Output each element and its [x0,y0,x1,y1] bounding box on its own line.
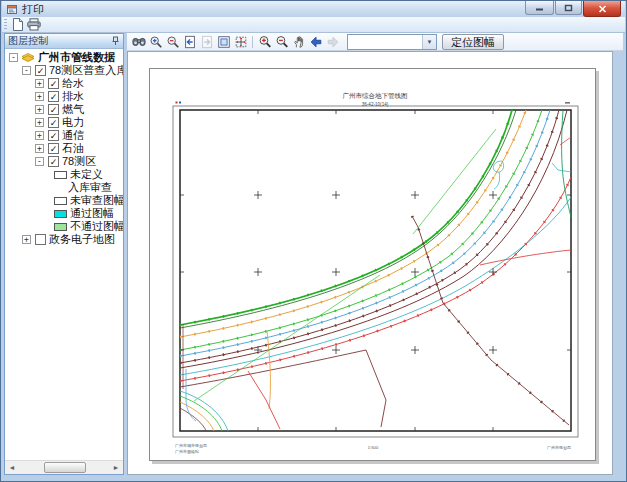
layer-checkbox[interactable]: ✓ [48,130,59,141]
expand-icon[interactable]: + [35,131,44,140]
layer-checkbox[interactable]: ✓ [48,117,59,128]
pipeline [180,110,512,325]
full-extent-icon[interactable] [232,34,249,50]
zoom-out-icon[interactable] [273,34,290,50]
legend-swatch [54,210,67,218]
maximize-button[interactable] [555,1,582,15]
grid-cross [411,268,419,276]
grid-cross [489,268,497,276]
pipeline-map: 广州市综合地下管线图 36-42-10(14) 广州市城市规划局 广州市测绘院 … [150,69,595,460]
map-title: 广州市综合地下管线图 [343,92,408,100]
expand-icon[interactable]: + [35,92,44,101]
pipeline [248,371,280,429]
find-icon[interactable] [130,34,147,50]
layer-checkbox[interactable] [35,234,46,245]
pipeline [180,408,206,431]
grid-cross [489,346,497,354]
grid-cross [254,191,262,199]
tree-item-label: 78测区普查入库审查数据 [46,63,123,78]
layer-control-panel: 图层控制 -广州市管线数据-✓78测区普查入库审查数据+✓给水+✓排水+✓燃气+… [4,33,124,475]
grid-cross [411,191,419,199]
minimize-button[interactable] [525,1,554,15]
layer-panel-title: 图层控制 [8,34,48,48]
forward-icon[interactable] [324,34,341,50]
print-window: 打印 图层控制 -广州市管线数据-✓78测区普查入库审查数据+✓给水+✓排水+✓… [0,0,627,482]
layer-tree: -广州市管线数据-✓78测区普查入库审查数据+✓给水+✓排水+✓燃气+✓电力+✓… [5,49,123,461]
layer-checkbox[interactable]: ✓ [35,65,46,76]
layer-checkbox[interactable]: ✓ [48,78,59,89]
print-icon[interactable] [26,18,42,32]
expand-icon[interactable]: + [35,118,44,127]
collapse-icon[interactable]: - [9,53,18,62]
previous-extent-icon[interactable] [181,34,198,50]
back-icon[interactable] [307,34,324,50]
tree-item-label: 政务电子地图 [46,232,115,247]
zoom-in-window-icon[interactable] [147,34,164,50]
map-footer-scale: 1:500 [368,445,379,450]
grid-cross [332,268,340,276]
print-preview-area: 广州市综合地下管线图 36-42-10(14) 广州市城市规划局 广州市测绘院 … [127,51,613,475]
map-footer-left-2: 广州市测绘院 [175,449,199,454]
tree-horizontal-scrollbar[interactable]: ◄ ► [5,460,123,474]
pipeline [366,350,386,427]
layer-panel-header: 图层控制 [5,34,123,49]
pipeline [180,110,526,337]
expand-icon[interactable]: + [22,235,31,244]
zoom-out-window-icon[interactable] [164,34,181,50]
pipeline [552,163,571,172]
close-button[interactable] [583,1,621,17]
grid-cross [332,191,340,199]
pipeline [180,110,550,356]
pipeline [180,177,571,381]
scroll-left-arrow[interactable]: ◄ [5,461,19,473]
layer-checkbox[interactable]: ✓ [48,91,59,102]
collapse-icon[interactable]: - [35,157,44,166]
expand-icon[interactable]: + [35,144,44,153]
file-toolbar [2,17,625,33]
combobox-value[interactable] [348,35,422,49]
map-page: 广州市综合地下管线图 36-42-10(14) 广州市城市规划局 广州市测绘院 … [149,68,596,461]
chevron-down-icon[interactable]: ▼ [422,35,436,49]
grid-cross [411,346,419,354]
pipeline [180,110,512,325]
layer-checkbox[interactable]: ✓ [48,143,59,154]
legend-swatch [54,197,67,205]
next-extent-icon[interactable] [198,34,215,50]
layers-icon [18,51,35,64]
window-title: 打印 [22,2,44,17]
layer-checkbox[interactable]: ✓ [48,104,59,115]
expand-icon[interactable]: + [35,79,44,88]
tree-item[interactable]: +政务电子地图 [5,233,123,246]
toolbar-separator [252,36,253,48]
legend-swatch [54,171,67,179]
fixed-zoom-icon[interactable] [215,34,232,50]
pipeline [180,177,571,381]
pipeline [180,110,550,356]
pipeline [480,250,571,265]
app-icon [7,4,18,15]
pin-icon[interactable] [111,36,120,46]
locate-sheet-button[interactable]: 定位图幅 [442,34,504,50]
tree-item[interactable]: -✓78测区 [5,155,123,168]
zoom-in-icon[interactable] [256,34,273,50]
sheet-combobox[interactable]: ▼ [347,34,437,50]
layer-checkbox[interactable]: ✓ [48,156,59,167]
expand-icon[interactable]: + [35,105,44,114]
pipeline [180,110,516,328]
page-setup-icon[interactable] [10,18,26,32]
outer-neatline [173,106,578,437]
pipeline [180,391,228,431]
grid-cross [332,346,340,354]
legend-swatch [54,223,67,231]
toolbar-grip[interactable] [4,19,7,30]
pan-icon[interactable] [290,34,307,50]
scrollbar-thumb[interactable] [44,462,86,473]
map-footer-right: 广州市规划局 [547,445,571,451]
scroll-right-arrow[interactable]: ► [109,461,123,473]
map-toolbar: ▼ 定位图幅 [127,33,623,51]
titlebar: 打印 [2,1,625,17]
grid-cross [254,268,262,276]
pipeline [180,110,526,337]
collapse-icon[interactable]: - [22,66,31,75]
grid-cross [489,191,497,199]
